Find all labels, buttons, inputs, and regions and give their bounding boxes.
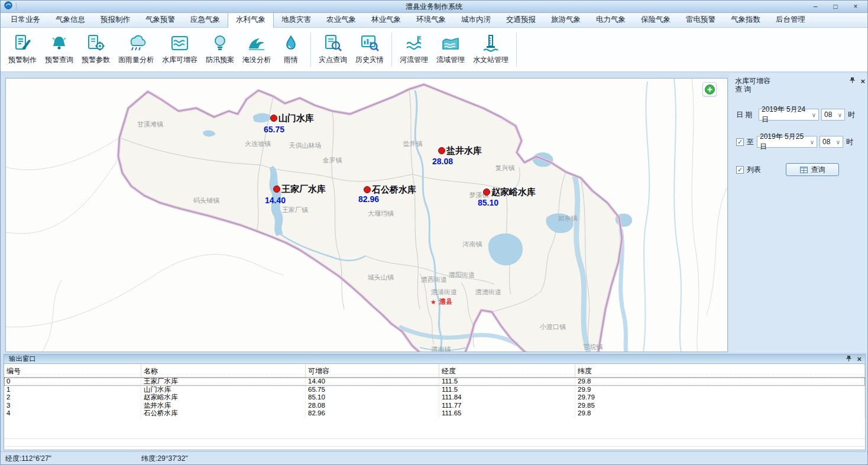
toolbar-separator: [310, 32, 311, 67]
menu-item-forecast[interactable]: 预报制作: [93, 12, 138, 27]
menu-item-lightning[interactable]: 雷电预警: [678, 12, 723, 27]
toolbar-button-warning-query[interactable]: 预警查询: [41, 30, 77, 70]
town-label: 官垸镇: [584, 343, 603, 350]
menu-bar: 日常业务 气象信息 预报制作 气象预警 应急气象 水利气象 地质灾害 农业气象 …: [1, 13, 867, 28]
reservoir-value: 65.75: [264, 125, 284, 134]
menu-item-insurance[interactable]: 保险气象: [633, 12, 678, 27]
plus-icon: [705, 84, 715, 95]
column-header[interactable]: 经度: [439, 364, 575, 377]
status-latitude: 纬度:29°37'32": [141, 454, 188, 464]
toolbar-button-hydrostation-management[interactable]: 水文站管理: [469, 30, 513, 70]
menu-item-geology[interactable]: 地质灾害: [274, 12, 319, 27]
column-header[interactable]: 可增容: [306, 364, 439, 377]
column-header[interactable]: 编号: [4, 364, 141, 377]
toolbar-button-rainfall-analysis[interactable]: 面雨量分析: [114, 30, 158, 70]
column-header[interactable]: 纬度: [575, 364, 865, 377]
county-seat-label: 澧县: [439, 298, 452, 305]
toolbar-separator: [391, 32, 392, 67]
end-hour-select[interactable]: 08∨: [820, 136, 843, 148]
basin-management-icon: [441, 34, 461, 52]
window-title: 澧县业务制作系统: [1, 2, 867, 12]
to-checkbox[interactable]: ✓: [736, 138, 744, 146]
toolbar-button-basin-management[interactable]: 流域管理: [432, 30, 469, 70]
query-button[interactable]: 查询: [786, 163, 839, 176]
chevron-down-icon: ∨: [836, 139, 840, 145]
empty-row-divider: [4, 438, 865, 439]
toolbar-label: 河流管理: [400, 55, 428, 65]
toolbar-button-warning-params[interactable]: 预警参数: [77, 30, 114, 70]
map-panel[interactable]: 甘溪滩镇 火连坡镇 天供山林场 金罗镇 盐井镇 复兴镇 码头铺镇 王家厂镇 梦溪…: [5, 78, 728, 352]
reservoir-value: 28.08: [432, 157, 453, 166]
menu-item-warning[interactable]: 气象预警: [138, 12, 183, 27]
menu-item-index[interactable]: 气象指数: [723, 12, 768, 27]
menu-item-environment[interactable]: 环境气象: [409, 12, 454, 27]
table-row[interactable]: 1山门水库65.75111.529.9: [4, 386, 865, 394]
town-label: 城头山镇: [367, 274, 394, 281]
menu-item-traffic[interactable]: 交通预报: [498, 12, 543, 27]
menu-item-daily[interactable]: 日常业务: [3, 12, 48, 27]
toolbar: 预警制作 预警查询 预警参数 面雨量分析 水库可增容 防汛预案 淹没分析 雨情: [1, 28, 867, 72]
start-hour-select[interactable]: 08∨: [821, 109, 845, 121]
output-panel-title: 输出窗口: [9, 355, 36, 363]
zoom-in-button[interactable]: [702, 82, 717, 96]
county-seat-marker[interactable]: ★ 澧县: [430, 298, 452, 305]
chevron-down-icon: ∨: [812, 112, 816, 118]
column-header[interactable]: 名称: [141, 364, 306, 377]
menu-item-forestry[interactable]: 林业气象: [364, 12, 409, 27]
start-date-select[interactable]: 2019年 5月24日∨: [759, 109, 819, 121]
inundation-analysis-icon: [247, 34, 267, 52]
hydrostation-management-icon: [481, 34, 501, 52]
county-map[interactable]: 甘溪滩镇 火连坡镇 天供山林场 金罗镇 盐井镇 复兴镇 码头铺镇 王家厂镇 梦溪…: [6, 79, 728, 352]
close-button[interactable]: ×: [847, 2, 864, 11]
toolbar-button-reservoir-capacity[interactable]: 水库可增容: [158, 30, 202, 70]
table-row[interactable]: 0王家厂水库14.40111.529.8: [4, 378, 865, 386]
output-panel: 输出窗口 × 编号 名称 可增容 经度 纬度 0王家厂水库14.40111.52…: [4, 354, 866, 450]
town-label: 甘溪滩镇: [137, 121, 163, 128]
toolbar-label: 预警制作: [8, 55, 37, 65]
panel-close-icon[interactable]: ×: [857, 356, 861, 362]
toolbar-label: 水库可增容: [162, 55, 197, 65]
menu-item-hydrology[interactable]: 水利气象: [228, 12, 274, 28]
end-date-select[interactable]: 2019年 5月25日∨: [757, 136, 817, 148]
town-label: 复兴镇: [495, 164, 515, 171]
table-icon: [800, 167, 808, 173]
toolbar-button-disaster-query[interactable]: 灾点查询: [315, 30, 351, 70]
menu-item-tourism[interactable]: 旅游气象: [543, 12, 588, 27]
menu-item-power[interactable]: 电力气象: [588, 12, 633, 27]
reservoir-name: 石公桥水库: [371, 184, 416, 194]
panel-close-icon[interactable]: ×: [860, 78, 865, 84]
town-label: 盐井镇: [403, 140, 423, 147]
toolbar-button-inundation-analysis[interactable]: 淹没分析: [238, 30, 275, 70]
toolbar-label: 历史灾情: [355, 55, 384, 65]
date-label: 日 期: [736, 110, 757, 120]
menu-item-urban-flood[interactable]: 城市内涝: [454, 12, 498, 27]
table-row[interactable]: 3盐井水库28.08111.7729.85: [4, 402, 865, 410]
maximize-button[interactable]: □: [827, 2, 844, 11]
toolbar-button-flood-plan[interactable]: 防汛预案: [202, 30, 238, 70]
table-row[interactable]: 4石公桥水库82.96111.6529.8: [4, 409, 865, 418]
toolbar-button-history-disaster[interactable]: 历史灾情: [351, 30, 388, 70]
toolbar-label: 水文站管理: [473, 55, 509, 65]
minimize-button[interactable]: –: [807, 2, 824, 11]
town-label: 澧阳街道: [448, 271, 475, 278]
output-table-header-row: 编号 名称 可增容 经度 纬度: [4, 364, 865, 378]
warning-query-icon: [49, 34, 69, 52]
town-label: 码头铺镇: [193, 197, 219, 204]
list-checkbox[interactable]: ✓: [736, 166, 744, 174]
pin-icon[interactable]: [846, 355, 852, 363]
reservoir-name: 盐井水库: [446, 145, 482, 155]
table-row[interactable]: 2赵家峪水库85.10111.8429.79: [4, 394, 865, 402]
menu-item-emergency[interactable]: 应急气象: [183, 12, 228, 27]
pin-icon[interactable]: [849, 77, 856, 85]
panel-title-line2: 查 询: [735, 85, 864, 93]
rainfall-analysis-icon: [126, 34, 146, 52]
list-label: 列表: [747, 165, 761, 175]
toolbar-button-river-management[interactable]: 河流管理: [396, 30, 432, 70]
disaster-query-icon: [323, 34, 343, 52]
reservoir-name: 山门水库: [278, 113, 314, 123]
menu-item-admin[interactable]: 后台管理: [768, 12, 813, 27]
menu-item-weather-info[interactable]: 气象信息: [48, 12, 93, 27]
toolbar-button-rain-info[interactable]: 雨情: [275, 30, 307, 70]
toolbar-button-warning-create[interactable]: 预警制作: [4, 30, 41, 70]
menu-item-agriculture[interactable]: 农业气象: [319, 12, 364, 27]
